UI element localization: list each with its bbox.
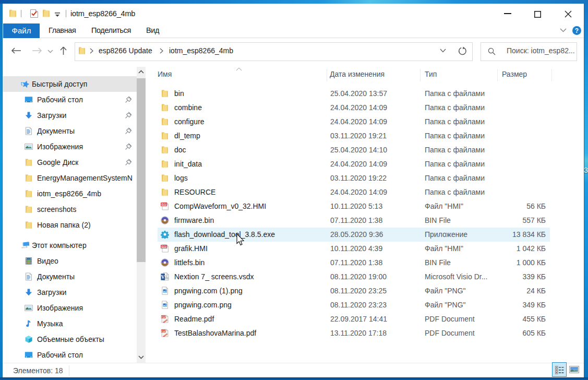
svg-text:PDF: PDF <box>161 316 166 318</box>
svg-text:HMI: HMI <box>161 203 166 206</box>
svg-text:?: ? <box>575 27 579 34</box>
svg-text:V: V <box>161 275 165 280</box>
svg-text:PDF: PDF <box>161 330 166 332</box>
svg-text:HMI: HMI <box>161 245 166 248</box>
